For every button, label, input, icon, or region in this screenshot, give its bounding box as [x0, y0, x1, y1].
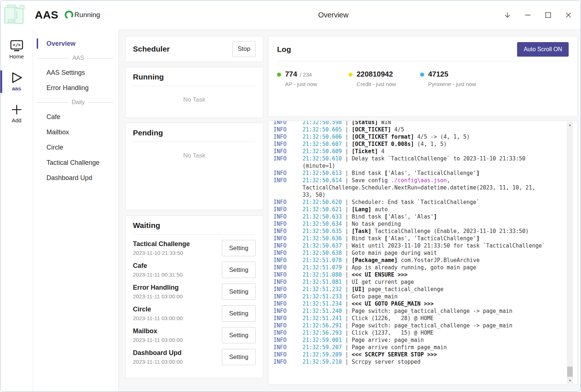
rail-item-aas[interactable]: aas	[0, 70, 33, 94]
log-separator: |	[342, 301, 352, 307]
stat-total: / 234	[298, 72, 312, 78]
log-timestamp: 21:32:50.614	[302, 177, 342, 184]
log-level: INFO	[273, 315, 302, 322]
download-button[interactable]	[497, 0, 517, 29]
log-separator: |	[342, 293, 352, 300]
log-segment: Page switch: page_tactical_challenge -> …	[352, 308, 512, 314]
sidebar-item-error-handling[interactable]: Error Handling	[33, 80, 118, 95]
sidebar-item-cafe[interactable]: Cafe	[33, 109, 118, 124]
log-entry: INFO21:32:50.613 | Bind task ['Alas', 'T…	[273, 170, 547, 177]
log-scrollbar[interactable]: ▲ ▼	[567, 122, 573, 384]
log-separator: |	[342, 315, 352, 322]
log-separator: |	[342, 286, 352, 293]
waiting-task-row: Error Handling2023-11-11 03:00:00Setting	[133, 283, 256, 300]
log-segment: 4/5	[391, 126, 404, 133]
divider-line	[37, 102, 68, 103]
waiting-task-row: Dashboard Upd2023-11-11 03:00:00Setting	[133, 349, 256, 365]
pending-empty-text: No Task	[133, 152, 256, 159]
log-level: INFO	[273, 257, 302, 264]
log-entry: INFO21:32:50.633 | Bind task ['Alas', 'A…	[273, 213, 547, 220]
log-segment: Bind task	[352, 235, 384, 242]
log-segment: [OCR_TICKET 0.008s]	[352, 141, 414, 147]
log-separator: |	[342, 126, 352, 133]
log-segment: 4/5 -> (4, 1, 5)	[414, 134, 470, 140]
log-timestamp: 21:32:56.291	[302, 322, 342, 329]
sidebar-item-mailbox[interactable]: Mailbox	[33, 124, 118, 140]
task-setting-button[interactable]: Setting	[222, 283, 256, 300]
rail-item-label: aas	[12, 85, 21, 91]
rail-item-add[interactable]: Add	[0, 102, 33, 126]
log-message: 21:32:50.605 | [OCR_TICKET] 4/5	[302, 126, 547, 133]
log-level: INFO	[273, 307, 302, 315]
log-timestamp: 21:32:59.209	[302, 351, 342, 358]
log-entry: INFO21:32:50.607 | [OCR_TICKET 0.008s] (…	[273, 140, 547, 148]
log-level: INFO	[273, 300, 302, 307]
log-message: 21:32:51.234 | <<< UI GOTO PAGE_MAIN >>>	[302, 300, 547, 307]
log-message: 21:32:51.078 | [Package_name] com.Yostar…	[302, 257, 547, 264]
task-setting-button[interactable]: Setting	[222, 349, 256, 365]
log-level: INFO	[273, 199, 302, 206]
task-setting-button[interactable]: Setting	[222, 262, 256, 278]
waiting-card: Waiting Tactical Challenge2023-11-10 21:…	[125, 215, 263, 378]
scroll-up-arrow-icon[interactable]: ▲	[567, 122, 573, 128]
log-message: 21:32:50.607 | [OCR_TICKET 0.008s] (4, 1…	[302, 140, 547, 148]
log-entry: INFO21:32:50.620 | Scheduler: End task `…	[273, 199, 547, 206]
download-icon	[504, 11, 511, 19]
log-timestamp: 21:32:59.210	[302, 359, 342, 365]
sidebar-item-dashboard-upd[interactable]: Dashboard Upd	[33, 170, 118, 185]
log-level: INFO	[273, 121, 302, 126]
stat-value-row: 47125	[428, 70, 476, 78]
waiting-task-info: Tactical Challenge2023-11-10 21:33:50	[133, 240, 190, 256]
minimize-button[interactable]	[517, 0, 538, 29]
log-segment: UI get current page	[352, 279, 414, 285]
close-button[interactable]	[558, 0, 578, 29]
stat-value-row: 774 / 234	[285, 70, 317, 78]
sidebar-item-tactical-challenge[interactable]: Tactical Challenge	[33, 155, 118, 170]
log-level: INFO	[273, 329, 302, 336]
log-timestamp: 21:32:50.605	[302, 126, 342, 133]
log-message: 21:32:50.610 | Delay task `TacticalChall…	[302, 155, 547, 170]
log-timestamp: 21:32:51.081	[302, 279, 342, 285]
task-setting-button[interactable]: Setting	[222, 305, 256, 322]
plus-icon	[10, 104, 23, 115]
auto-scroll-toggle[interactable]: Auto Scroll ON	[517, 42, 569, 57]
log-message: 21:32:56.293 | Click (1237, 15) @ HOME	[302, 329, 547, 336]
scheduler-status: Running	[64, 10, 100, 20]
log-message: 21:32:51.232 | [UI] page_tactical_challe…	[302, 286, 547, 293]
log-level: INFO	[273, 271, 302, 278]
scroll-down-arrow-icon[interactable]: ▼	[567, 377, 573, 383]
scrollbar-thumb[interactable]	[567, 367, 573, 377]
stop-button[interactable]: Stop	[232, 41, 256, 57]
log-segment: [	[385, 213, 388, 220]
waiting-task-row: Circle2023-11-11 03:00:00Setting	[133, 305, 256, 322]
log-segment: com.YostarJP.BlueArchive	[398, 257, 480, 264]
log-separator: |	[342, 264, 352, 271]
log-segment: Bind task	[352, 170, 384, 176]
divider-line	[87, 58, 113, 58]
task-setting-button[interactable]: Setting	[222, 327, 256, 343]
rail-item-label: Home	[9, 53, 24, 60]
sidebar-item-aas-settings[interactable]: AAS Settings	[33, 65, 118, 80]
log-separator: |	[342, 170, 352, 176]
running-card: Running No Task	[125, 67, 263, 118]
log-timestamp: 21:32:50.633	[302, 213, 342, 220]
task-setting-button[interactable]: Setting	[222, 240, 256, 256]
waiting-task-name: Error Handling	[133, 284, 183, 291]
log-entry: INFO21:32:50.598 | [Status] WIN	[273, 121, 547, 126]
sidebar-item-overview[interactable]: Overview	[33, 36, 118, 51]
waiting-task-info: Error Handling2023-11-11 03:00:00	[133, 284, 183, 299]
maximize-button[interactable]	[538, 0, 558, 29]
log-entry: INFO21:32:50.609 | [Ticket] 4	[273, 148, 547, 155]
log-entry: INFO21:32:51.234 | <<< UI GOTO PAGE_MAIN…	[273, 300, 547, 307]
log-level: INFO	[273, 358, 302, 366]
log-lines: INFO21:32:50.598 | [Status] WININFO21:32…	[273, 121, 547, 366]
log-segment: 'Alas', 'TacticalChallenge'	[388, 170, 476, 176]
stat-dot-icon	[420, 73, 424, 77]
log-entry: INFO21:32:50.636 | Bind task ['Alas', 'T…	[273, 235, 547, 242]
log-separator: |	[342, 279, 352, 285]
rail-item-home[interactable]: </> Home	[0, 38, 33, 62]
sidebar-item-circle[interactable]: Circle	[33, 140, 118, 155]
waiting-task-next-run: 2023-11-11 03:00:00	[133, 337, 183, 343]
stat-dot-icon	[349, 73, 353, 77]
waiting-task-list: Tactical Challenge2023-11-10 21:33:50Set…	[133, 240, 256, 365]
